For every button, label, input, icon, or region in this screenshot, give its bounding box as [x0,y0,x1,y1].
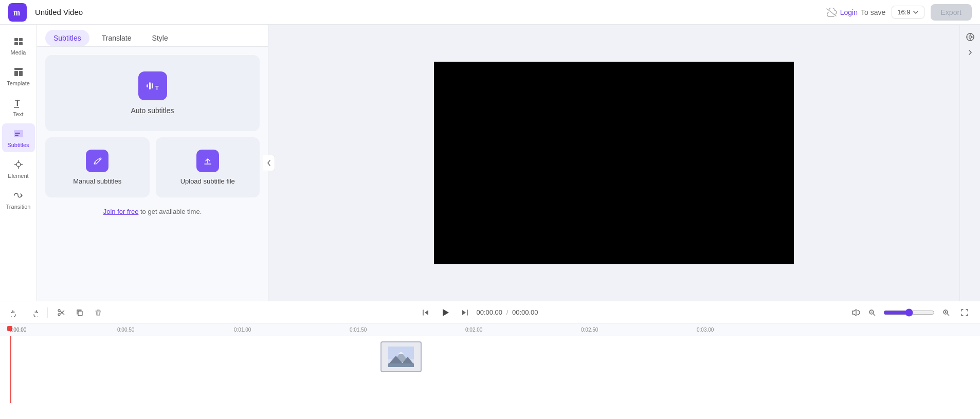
right-mini-panel [959,25,980,301]
tab-style[interactable]: Style [144,30,176,46]
svg-point-34 [58,309,60,312]
media-icon [12,35,25,47]
manual-subtitles-card[interactable]: Manual subtitles [45,137,150,197]
transition-icon [12,189,25,202]
no-cloud-icon [826,8,837,17]
svg-point-33 [58,314,60,316]
auto-subtitles-icon: T [138,71,167,100]
tick-1: 0:00.50 [117,327,134,333]
manual-subtitles-label: Manual subtitles [73,177,121,185]
svg-line-45 [947,314,949,316]
track-area [0,336,980,403]
comment-icon-button[interactable] [962,29,978,45]
main-content: Media Template T Text [0,25,980,301]
svg-rect-20 [149,82,151,89]
transport-left [8,305,105,320]
join-free-suffix: to get available time. [138,208,202,215]
svg-point-28 [969,36,971,39]
svg-rect-3 [14,42,18,45]
top-bar-right: Login To save 16:9 Export [826,4,972,21]
copy-button[interactable] [72,305,87,320]
sidebar-item-text[interactable]: T Text [2,93,35,121]
login-link[interactable]: Login [840,8,858,16]
sidebar-item-media[interactable]: Media [2,31,35,60]
svg-rect-2 [19,38,23,41]
top-bar: m Untitled Video Login To save 16:9 Expo… [0,0,980,25]
export-button[interactable]: Export [931,4,972,21]
playhead-line [10,336,11,403]
tab-translate[interactable]: Translate [94,30,140,46]
login-suffix: To save [861,8,885,16]
svg-text:m: m [13,8,21,17]
manual-subtitles-icon [86,150,108,172]
chevron-down-icon [913,9,919,15]
skip-start-button[interactable] [419,305,433,320]
svg-rect-7 [19,71,23,76]
svg-rect-54 [388,363,414,367]
timeline-area: 0:00.00 0:00.50 0:01.00 0:01.50 0:02.00 … [0,324,980,419]
zoom-in-button[interactable] [939,305,953,320]
zoom-slider[interactable] [883,308,935,317]
svg-point-13 [16,162,21,167]
svg-line-36 [60,311,64,315]
tick-4: 0:02.00 [465,327,482,333]
svg-rect-6 [14,71,18,76]
sidebar-item-template-label: Template [7,80,30,86]
video-preview [434,62,794,264]
svg-rect-12 [15,135,19,136]
play-button[interactable] [437,304,453,321]
upload-subtitle-label: Upload subtitle file [180,177,235,185]
expand-right-panel-button[interactable] [967,49,973,56]
sidebar-item-subtitles-label: Subtitles [7,142,29,148]
upload-subtitle-icon [196,150,219,172]
zoom-out-button[interactable] [865,305,879,320]
bottom-area: 00:00.00 / 00:00.00 0: [0,301,980,419]
tick-5: 0:02.50 [581,327,598,333]
text-icon: T [12,97,25,109]
svg-rect-37 [78,311,82,316]
aspect-ratio-selector[interactable]: 16:9 [892,6,924,19]
tick-3: 0:01.50 [350,327,367,333]
upload-subtitle-card[interactable]: Upload subtitle file [156,137,260,197]
aspect-ratio-value: 16:9 [897,8,910,16]
sidebar-item-media-label: Media [11,49,26,56]
svg-line-35 [60,311,64,314]
panel-tabs: Subtitles Translate Style [37,25,268,47]
collapse-panel-button[interactable] [263,155,275,171]
tab-subtitles[interactable]: Subtitles [45,30,89,46]
fullscreen-button[interactable] [957,305,972,320]
transport-center: 00:00.00 / 00:00.00 [419,304,538,321]
svg-rect-1 [14,38,18,41]
sidebar-item-template[interactable]: Template [2,62,35,90]
sidebar-item-subtitles[interactable]: Subtitles [2,123,35,152]
transport-bar: 00:00.00 / 00:00.00 [0,301,980,324]
toolbar-divider [47,307,48,318]
panel-content: T Auto subtitles [37,47,268,301]
redo-button[interactable] [27,305,41,320]
delete-button[interactable] [91,305,105,320]
app-logo: m [8,3,27,22]
volume-icon[interactable] [851,308,861,317]
element-icon [12,158,25,171]
sidebar-item-text-label: Text [13,111,23,117]
current-time: 00:00.00 / 00:00.00 [476,308,538,316]
join-free-link[interactable]: Join for free [103,208,139,215]
sidebar-item-transition[interactable]: Transition [2,185,35,214]
cut-button[interactable] [54,305,68,320]
svg-rect-23 [90,154,104,168]
sidebar-item-element-label: Element [8,173,28,179]
skip-end-button[interactable] [458,305,472,320]
tick-6: 0:03.00 [697,327,714,333]
tick-0: 0:00.00 [9,327,26,333]
timeline-thumbnail[interactable] [380,341,422,372]
undo-button[interactable] [8,305,23,320]
auto-subtitles-card[interactable]: T Auto subtitles [45,55,260,131]
svg-rect-5 [14,68,23,70]
auto-subtitles-label: Auto subtitles [131,106,174,115]
svg-rect-21 [152,83,153,88]
timeline-ruler: 0:00.00 0:00.50 0:01.00 0:01.50 0:02.00 … [0,324,980,336]
subtitles-icon [12,127,25,140]
sidebar-item-transition-label: Transition [6,204,31,210]
sidebar-item-element[interactable]: Element [2,154,35,183]
preview-area [268,25,959,301]
